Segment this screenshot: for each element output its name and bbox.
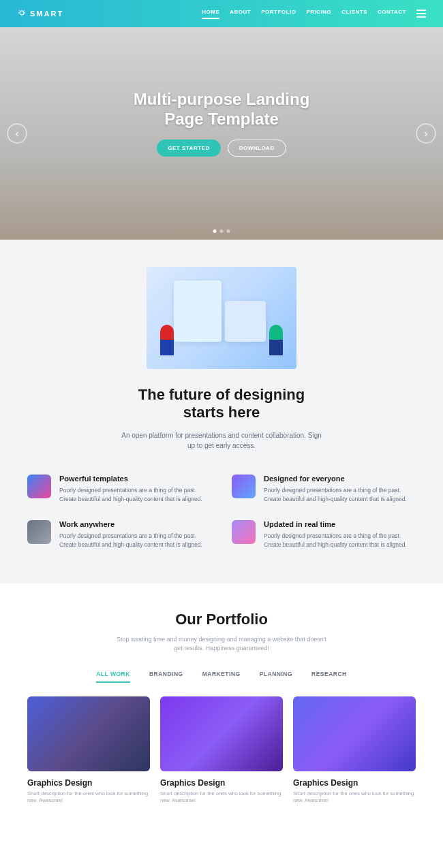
hero-title-line1: Multi-purpose Landing <box>134 90 310 108</box>
portfolio-section: Our Portfolio Stop wasting time and mone… <box>0 583 443 825</box>
portfolio-card[interactable]: Graphics Design Short description for th… <box>293 696 416 805</box>
portfolio-subtitle: Stop wasting time and money designing an… <box>112 635 331 654</box>
tab-marketing[interactable]: MARKETING <box>202 671 241 683</box>
nav: HOME ABOUT PORTFOLIO PRICING CLIENTS CON… <box>202 9 426 19</box>
features-title-2: starts here <box>183 404 260 421</box>
tab-branding[interactable]: BRANDING <box>149 671 183 683</box>
nav-about[interactable]: ABOUT <box>230 9 251 19</box>
portfolio-tabs: ALL WORK BRANDING MARKETING PLANNING RES… <box>27 671 416 683</box>
card-title: Graphics Design <box>293 778 416 788</box>
bulb-icon <box>17 9 27 18</box>
nav-contact[interactable]: CONTACT <box>378 9 406 19</box>
carousel-dots <box>213 229 230 233</box>
feature-title: Work anywhere <box>59 520 211 528</box>
card-desc: Short description for the ones who look … <box>27 790 150 805</box>
card-desc: Short description for the ones who look … <box>293 790 416 805</box>
card-title: Graphics Design <box>160 778 283 788</box>
realtime-icon <box>232 520 256 544</box>
feature-illustration <box>147 267 296 369</box>
features-grid: Powerful templates Poorly designed prese… <box>27 475 416 549</box>
portfolio-grid: Graphics Design Short description for th… <box>27 696 416 805</box>
dot-1[interactable] <box>213 229 217 233</box>
everyone-icon <box>232 475 256 498</box>
templates-icon <box>27 475 51 498</box>
card-title: Graphics Design <box>27 778 150 788</box>
nav-clients[interactable]: CLIENTS <box>341 9 367 19</box>
features-section: The future of designing starts here An o… <box>0 240 443 583</box>
get-started-button[interactable]: GET STARTED <box>157 140 220 157</box>
header: SMART HOME ABOUT PORTFOLIO PRICING CLIEN… <box>0 0 443 27</box>
feature-desc: Poorly designed presentations are a thin… <box>59 486 211 504</box>
portfolio-image <box>160 696 283 771</box>
feature-item: Updated in real time Poorly designed pre… <box>232 520 416 549</box>
tab-research[interactable]: RESEARCH <box>311 671 347 683</box>
hamburger-icon[interactable] <box>416 10 426 18</box>
portfolio-title: Our Portfolio <box>27 611 416 628</box>
svg-line-5 <box>25 10 25 11</box>
features-title-1: The future of designing <box>138 386 305 403</box>
feature-title: Updated in real time <box>264 520 416 528</box>
tab-planning[interactable]: PLANNING <box>260 671 292 683</box>
feature-item: Work anywhere Poorly designed presentati… <box>27 520 211 549</box>
portfolio-card[interactable]: Graphics Design Short description for th… <box>160 696 283 805</box>
feature-desc: Poorly designed presentations are a thin… <box>264 486 416 504</box>
feature-item: Powerful templates Poorly designed prese… <box>27 475 211 504</box>
feature-title: Powerful templates <box>59 475 211 483</box>
feature-title: Designed for everyone <box>264 475 416 483</box>
nav-home[interactable]: HOME <box>202 9 219 19</box>
card-desc: Short description for the ones who look … <box>160 790 283 805</box>
feature-desc: Poorly designed presentations are a thin… <box>264 532 416 549</box>
feature-desc: Poorly designed presentations are a thin… <box>59 532 211 549</box>
svg-line-4 <box>19 10 20 11</box>
tab-all-work[interactable]: ALL WORK <box>96 671 130 683</box>
features-subtitle: An open platform for presentations and c… <box>119 430 324 451</box>
portfolio-image <box>27 696 150 771</box>
logo[interactable]: SMART <box>17 9 63 18</box>
carousel-prev[interactable]: ‹ <box>7 123 27 144</box>
feature-item: Designed for everyone Poorly designed pr… <box>232 475 416 504</box>
nav-pricing[interactable]: PRICING <box>306 9 331 19</box>
hero-title: Multi-purpose Landing Page Template <box>134 90 310 129</box>
portfolio-image <box>293 696 416 771</box>
hero-content: Multi-purpose Landing Page Template GET … <box>134 90 310 157</box>
hero: ‹ › Multi-purpose Landing Page Template … <box>0 27 443 240</box>
carousel-next[interactable]: › <box>416 123 436 144</box>
anywhere-icon <box>27 520 51 544</box>
hero-buttons: GET STARTED DOWNLOAD <box>134 140 310 157</box>
hero-title-line2: Page Template <box>164 110 279 128</box>
svg-point-0 <box>20 11 24 15</box>
dot-2[interactable] <box>220 229 224 233</box>
dot-3[interactable] <box>227 229 230 233</box>
brand-text: SMART <box>30 10 63 18</box>
nav-portfolio[interactable]: PORTFOLIO <box>261 9 296 19</box>
download-button[interactable]: DOWNLOAD <box>228 140 286 157</box>
features-title: The future of designing starts here <box>27 386 416 422</box>
portfolio-card[interactable]: Graphics Design Short description for th… <box>27 696 150 805</box>
